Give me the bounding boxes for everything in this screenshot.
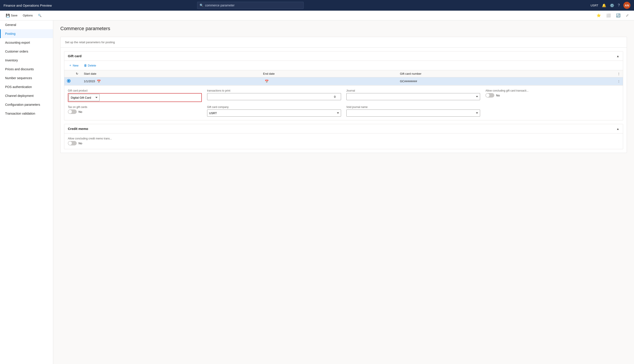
save-button[interactable]: 💾 Save bbox=[4, 13, 20, 18]
posting-section: Set up the retail parameters for posting… bbox=[60, 37, 627, 153]
credit-memo-toggle-row: No bbox=[68, 141, 619, 146]
gift-card-toolbar: ＋ New 🗑 Delete bbox=[64, 61, 623, 70]
sidebar-item-configuration-parameters[interactable]: Configuration parameters bbox=[0, 100, 53, 109]
gift-card-header: Gift card ▲ bbox=[64, 52, 623, 61]
gift-card-company-group: Gift card company USRT bbox=[207, 106, 341, 116]
tax-toggle-row: No bbox=[68, 110, 202, 114]
save-label: Save bbox=[11, 14, 18, 17]
search-bar[interactable]: 🔍 bbox=[197, 2, 304, 9]
more-icon[interactable]: ⋮ bbox=[617, 80, 620, 83]
settings-icon[interactable]: ⚙️ bbox=[610, 3, 614, 8]
journal-group: Journal bbox=[346, 89, 480, 102]
gift-card-table: ↻ Start date End date Gift card number ⋮ bbox=[64, 70, 623, 85]
col-end-date: End date bbox=[260, 70, 397, 77]
gift-card-collapse-icon[interactable]: ▲ bbox=[616, 54, 619, 58]
transactions-to-print-label: transactions to print bbox=[207, 89, 341, 92]
allow-concluding-toggle-row: No bbox=[486, 93, 619, 98]
credit-memo-toggle-value: No bbox=[78, 142, 82, 145]
tax-on-gift-cards-toggle[interactable] bbox=[68, 110, 77, 114]
credit-memo-allow-concluding-group: Allow concluding credit memo trans... No bbox=[68, 137, 619, 146]
credit-memo-collapse-icon[interactable]: ▲ bbox=[616, 127, 619, 130]
user-label: USRT bbox=[590, 4, 598, 7]
col-gift-card-number: Gift card number bbox=[397, 70, 615, 77]
row-gift-card-number: GC######## bbox=[397, 77, 615, 85]
save-icon: 💾 bbox=[6, 14, 10, 18]
allow-concluding-label: Allow concluding gift card transacti... bbox=[486, 89, 619, 92]
void-journal-name-group: Void journal name bbox=[346, 106, 480, 116]
end-date-calendar-icon[interactable]: 📅 bbox=[265, 80, 268, 83]
sidebar-item-customer-orders[interactable]: Customer orders bbox=[0, 47, 53, 56]
notification-icon[interactable]: 🔔 bbox=[602, 3, 606, 8]
main-content: Commerce parameters Set up the retail pa… bbox=[53, 20, 634, 364]
tax-on-gift-cards-group: Tax on gift cards No bbox=[68, 106, 202, 116]
top-bar: Finance and Operations Preview 🔍 USRT 🔔 … bbox=[0, 0, 634, 11]
sidebar-item-prices-discounts[interactable]: Prices and discounts bbox=[0, 65, 53, 74]
allow-concluding-group: Allow concluding gift card transacti... … bbox=[486, 89, 619, 102]
sidebar-item-inventory[interactable]: Inventory bbox=[0, 56, 53, 65]
tax-toggle-value: No bbox=[78, 110, 82, 114]
void-journal-name-label: Void journal name bbox=[346, 106, 480, 108]
new-label: New bbox=[73, 64, 78, 67]
action-bar: 💾 Save Options 🔍 ⭐ ⬜ 🔄 ⤢ bbox=[0, 11, 634, 20]
tax-on-gift-cards-label: Tax on gift cards bbox=[68, 106, 202, 108]
options-button[interactable]: Options bbox=[20, 13, 35, 18]
allow-concluding-toggle[interactable] bbox=[486, 93, 494, 98]
table-header-row: ↻ Start date End date Gift card number ⋮ bbox=[64, 70, 623, 77]
search-input[interactable] bbox=[205, 4, 301, 7]
section-description: Set up the retail parameters for posting bbox=[60, 37, 627, 48]
options-label: Options bbox=[23, 14, 33, 17]
col-start-date: Start date bbox=[81, 70, 260, 77]
sidebar-item-general[interactable]: General bbox=[0, 20, 53, 29]
panel-icon[interactable]: ⬜ bbox=[604, 12, 612, 18]
action-bar-right: ⭐ ⬜ 🔄 ⤢ bbox=[595, 12, 630, 18]
search-action-button[interactable]: 🔍 bbox=[36, 13, 44, 18]
favorite-icon[interactable]: ⭐ bbox=[595, 12, 603, 18]
transactions-to-print-input[interactable] bbox=[207, 93, 341, 100]
refresh-icon[interactable]: 🔄 bbox=[614, 12, 622, 18]
expand-icon[interactable]: ⤢ bbox=[624, 12, 630, 18]
col-refresh-header: ↻ bbox=[73, 70, 81, 77]
start-date-calendar-icon[interactable]: 📅 bbox=[97, 80, 101, 83]
gift-card-title: Gift card bbox=[68, 54, 82, 58]
credit-memo-subsection: Credit memo ▲ Allow concluding credit me… bbox=[64, 124, 623, 149]
search-action-icon: 🔍 bbox=[38, 14, 42, 17]
new-button[interactable]: ＋ New bbox=[67, 62, 80, 68]
credit-memo-title: Credit memo bbox=[68, 127, 88, 130]
sidebar-item-channel-deployment[interactable]: Channel deployment bbox=[0, 91, 53, 100]
credit-memo-header: Credit memo ▲ bbox=[64, 124, 623, 134]
sidebar-item-posting[interactable]: Posting bbox=[0, 29, 53, 38]
journal-label: Journal bbox=[346, 89, 480, 92]
row-refresh bbox=[73, 77, 81, 85]
avatar[interactable]: AN bbox=[623, 2, 630, 9]
journal-select[interactable] bbox=[346, 93, 480, 100]
col-more-header: ⋮ bbox=[615, 70, 623, 77]
gift-card-product-select[interactable]: Digital Gift Card Physical Gift Card bbox=[69, 94, 100, 101]
void-journal-name-select[interactable] bbox=[346, 110, 480, 116]
radio-selected[interactable] bbox=[67, 79, 70, 83]
help-icon[interactable]: ? bbox=[618, 3, 620, 7]
plus-icon: ＋ bbox=[69, 64, 72, 68]
trash-icon: 🗑 bbox=[84, 64, 87, 67]
search-icon: 🔍 bbox=[200, 4, 203, 7]
allow-concluding-value: No bbox=[496, 94, 500, 97]
row-end-date: 📅 bbox=[260, 77, 397, 85]
sidebar-item-transaction-validation[interactable]: Transaction validation bbox=[0, 109, 53, 118]
row-more[interactable]: ⋮ bbox=[615, 77, 623, 85]
sidebar-item-pos-authentication[interactable]: POS authentication bbox=[0, 82, 53, 91]
sidebar-item-accounting-export[interactable]: Accounting export bbox=[0, 38, 53, 47]
gift-card-company-select[interactable]: USRT bbox=[207, 110, 341, 116]
gift-card-product-highlight: Digital Gift Card Physical Gift Card bbox=[68, 93, 202, 102]
delete-button[interactable]: 🗑 Delete bbox=[82, 63, 98, 68]
credit-memo-allow-label: Allow concluding credit memo trans... bbox=[68, 137, 619, 140]
sidebar: General Posting Accounting export Custom… bbox=[0, 20, 53, 364]
gift-card-product-label: Gift card product bbox=[68, 89, 202, 92]
row-radio[interactable] bbox=[64, 77, 73, 85]
delete-label: Delete bbox=[88, 64, 96, 67]
app-title: Finance and Operations Preview bbox=[4, 4, 52, 7]
sidebar-item-number-sequences[interactable]: Number sequences bbox=[0, 74, 53, 82]
row-start-date: 1/1/2015 📅 bbox=[81, 77, 260, 85]
gift-card-form: Gift card product Digital Gift Card Phys… bbox=[64, 85, 623, 120]
credit-memo-toggle[interactable] bbox=[68, 141, 77, 146]
page-title: Commerce parameters bbox=[60, 26, 627, 32]
table-row[interactable]: 1/1/2015 📅 📅 GC######## bbox=[64, 77, 623, 85]
